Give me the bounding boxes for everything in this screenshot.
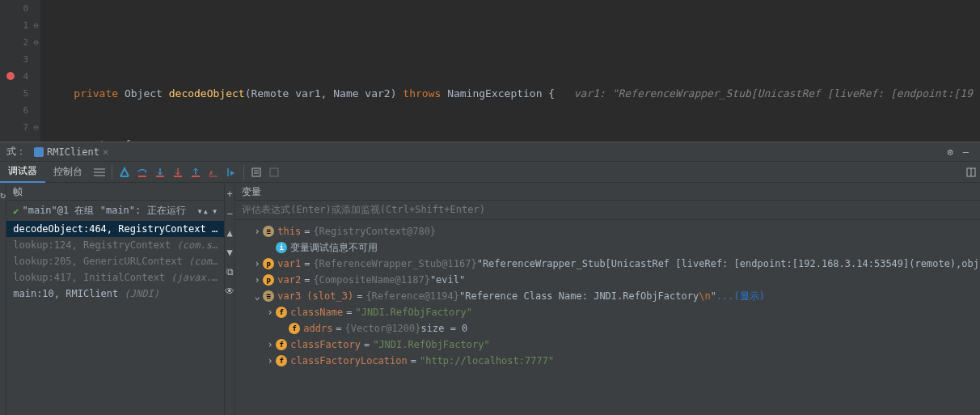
copy-icon[interactable]: ⧉ bbox=[225, 262, 234, 282]
eval-placeholder: 评估表达式(Enter)或添加监视(Ctrl+Shift+Enter) bbox=[242, 203, 980, 217]
variables-tree[interactable]: ›≡this={RegistryContext@780} i变量调试信息不可用 … bbox=[235, 220, 980, 415]
breakpoint-icon[interactable] bbox=[6, 72, 15, 80]
evaluate-icon[interactable] bbox=[247, 163, 265, 181]
debug-tool-window: 式： RMIClient × ⚙ — 调试器 控制台 ✗ ↻ 帧 bbox=[0, 142, 980, 415]
frame-list[interactable]: decodeObject:464, RegistryContext (com.s… bbox=[6, 221, 224, 415]
frames-panel: 帧 ✔ "main"@1 在组 "main": 正在运行 ▾▴ ▾ decode… bbox=[6, 183, 225, 415]
svg-rect-15 bbox=[252, 168, 260, 176]
variables-panel: 变量 评估表达式(Enter)或添加监视(Ctrl+Shift+Enter) ∞… bbox=[235, 183, 980, 415]
stack-frame[interactable]: decodeObject:464, RegistryContext (com.s… bbox=[6, 221, 224, 237]
remove-watch-icon[interactable]: − bbox=[225, 204, 234, 223]
code-editor[interactable]: 0123 4 567 ⊖ ⊖ ⊖ private Object decodeOb… bbox=[0, 0, 980, 142]
svg-text:✗: ✗ bbox=[209, 168, 213, 177]
stack-frame[interactable]: lookup:205, GenericURLContext (com.sun.j… bbox=[6, 253, 224, 269]
fold-icon[interactable]: ⊖ bbox=[33, 34, 39, 51]
step-out-icon[interactable] bbox=[187, 163, 205, 181]
debug-side-toolbar: ↻ bbox=[0, 183, 6, 415]
editor-gutter: 0123 4 567 ⊖ ⊖ ⊖ bbox=[0, 0, 40, 142]
application-icon bbox=[34, 147, 44, 157]
class-icon: ≡ bbox=[263, 226, 274, 237]
variables-header: 变量 bbox=[235, 183, 980, 201]
new-watch-icon[interactable]: + bbox=[225, 184, 234, 204]
debug-header: 式： RMIClient × ⚙ — bbox=[0, 142, 980, 162]
rerun-icon[interactable]: ↻ bbox=[0, 186, 6, 204]
show-watches-icon[interactable]: 👁 bbox=[225, 282, 234, 301]
dropdown-icon[interactable]: ▾ bbox=[212, 205, 218, 217]
code-line: private Object decodeObject(Remote var1,… bbox=[40, 85, 980, 102]
run-to-cursor-icon[interactable] bbox=[222, 163, 240, 181]
down-icon[interactable]: ▼ bbox=[225, 243, 234, 262]
var-var1[interactable]: ›pvar1={ReferenceWrapper_Stub@1167} "Ref… bbox=[239, 256, 980, 272]
var-var2[interactable]: ›pvar2={CompositeName@1187} "evil" bbox=[239, 272, 980, 288]
field-icon: f bbox=[289, 323, 300, 334]
class-icon: ≡ bbox=[263, 290, 274, 302]
step-into-icon[interactable] bbox=[151, 163, 169, 181]
field-icon: f bbox=[276, 307, 287, 318]
tab-debugger[interactable]: 调试器 bbox=[0, 161, 45, 183]
force-step-into-icon[interactable] bbox=[169, 163, 187, 181]
param-icon: p bbox=[263, 274, 274, 286]
settings-icon[interactable]: ⚙ bbox=[943, 146, 958, 158]
hide-icon[interactable]: — bbox=[958, 146, 974, 158]
field-icon: f bbox=[276, 355, 287, 366]
trace-current-icon[interactable] bbox=[265, 163, 283, 181]
svg-rect-0 bbox=[34, 147, 44, 157]
thread-selector[interactable]: ✔ "main"@1 在组 "main": 正在运行 ▾▴ ▾ bbox=[6, 201, 224, 221]
vars-side-actions: + − ▲ ▼ ⧉ 👁 bbox=[225, 183, 235, 415]
var-classFactory[interactable]: ›fclassFactory="JNDI.RefObjFactory" bbox=[239, 337, 980, 353]
info-icon: i bbox=[276, 242, 287, 253]
fold-icon[interactable]: ⊖ bbox=[33, 17, 39, 34]
tab-console[interactable]: 控制台 bbox=[45, 162, 91, 182]
fold-icon[interactable]: ⊖ bbox=[33, 119, 39, 136]
param-icon: p bbox=[263, 258, 274, 269]
svg-rect-18 bbox=[270, 168, 278, 176]
var-classFactoryLocation[interactable]: ›fclassFactoryLocation="http://localhost… bbox=[239, 353, 980, 369]
field-icon: f bbox=[276, 339, 287, 350]
code-area[interactable]: private Object decodeObject(Remote var1,… bbox=[40, 0, 980, 142]
run-config-tab[interactable]: RMIClient × bbox=[29, 145, 113, 159]
var-addrs[interactable]: faddrs={Vector@1200} size = 0 bbox=[239, 320, 980, 337]
evaluate-expression-input[interactable]: 评估表达式(Enter)或添加监视(Ctrl+Shift+Enter) ∞ ▾ bbox=[235, 201, 980, 220]
stack-frame[interactable]: lookup:124, RegistryContext (com.sun.jnd… bbox=[6, 237, 224, 253]
frames-header: 帧 bbox=[6, 183, 224, 201]
stack-frame[interactable]: lookup:417, InitialContext (javax.naming… bbox=[6, 269, 224, 286]
check-icon: ✔ bbox=[13, 205, 19, 217]
show-more-link[interactable]: ...(显示) bbox=[716, 290, 765, 303]
debug-toolbar: 调试器 控制台 ✗ bbox=[0, 162, 980, 183]
step-over-icon[interactable] bbox=[133, 163, 151, 181]
var-info: i变量调试信息不可用 bbox=[239, 239, 980, 256]
code-line bbox=[40, 34, 980, 51]
run-config-name: RMIClient bbox=[47, 146, 99, 158]
debug-prefix: 式： bbox=[6, 145, 26, 159]
var-this[interactable]: ›≡this={RegistryContext@780} bbox=[239, 223, 980, 239]
code-line: try { bbox=[40, 136, 980, 142]
stack-frame[interactable]: main:10, RMIClient (JNDI) bbox=[6, 286, 224, 302]
var-className[interactable]: ›fclassName="JNDI.RefObjFactory" bbox=[239, 304, 980, 320]
drop-frame-icon[interactable]: ✗ bbox=[205, 163, 222, 181]
layout-icon[interactable] bbox=[962, 163, 980, 181]
filter-icon[interactable]: ▾▴ bbox=[197, 205, 209, 217]
close-icon[interactable]: × bbox=[103, 146, 108, 158]
threads-icon[interactable] bbox=[91, 163, 108, 181]
show-execution-icon[interactable] bbox=[116, 163, 133, 181]
var-var3[interactable]: ⌄≡var3 (slot_3)={Reference@1194} "Refere… bbox=[239, 288, 980, 304]
thread-name: "main"@1 在组 "main": 正在运行 bbox=[22, 204, 185, 218]
up-icon[interactable]: ▲ bbox=[225, 223, 234, 243]
